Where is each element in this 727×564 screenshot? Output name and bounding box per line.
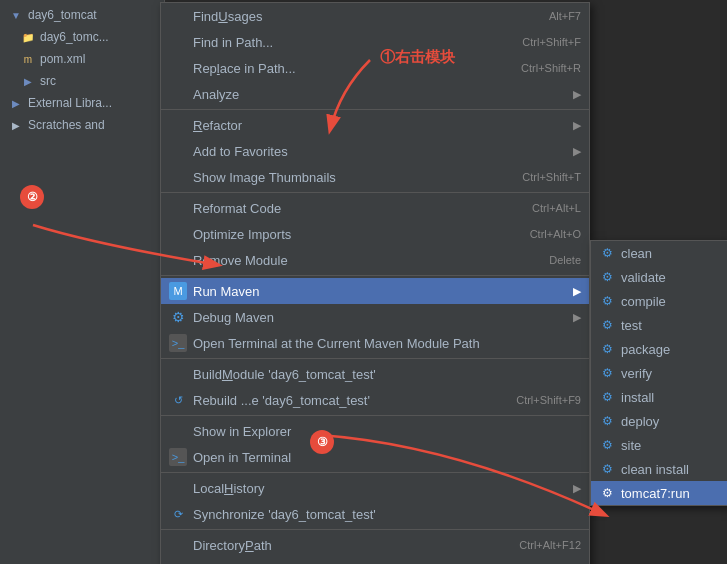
gear-clean-icon: ⚙ [599,245,615,261]
folder-icon-src: ▶ [20,73,36,89]
debug-maven-arrow: ▶ [573,311,581,324]
menu-refactor[interactable]: Refactor ▶ [161,112,589,138]
menu-debug-maven[interactable]: ⚙ Debug Maven ▶ [161,304,589,330]
submenu-test[interactable]: ⚙ test [591,313,727,337]
separator-3 [161,275,589,276]
gear-package-icon: ⚙ [599,341,615,357]
context-menu[interactable]: Find Usages Alt+F7 Find in Path... Ctrl+… [160,2,590,564]
menu-open-terminal-maven[interactable]: >_ Open Terminal at the Current Maven Mo… [161,330,589,356]
submenu-clean[interactable]: ⚙ clean [591,241,727,265]
menu-find-usages[interactable]: Find Usages Alt+F7 [161,3,589,29]
tree-item-external[interactable]: ▶ External Libra... [0,92,164,114]
submenu-compile[interactable]: ⚙ compile [591,289,727,313]
submenu-validate[interactable]: ⚙ validate [591,265,727,289]
gear-deploy-icon: ⚙ [599,413,615,429]
submenu-deploy-label: deploy [621,414,659,429]
submenu-package[interactable]: ⚙ package [591,337,727,361]
history-arrow: ▶ [573,482,581,495]
menu-find-in-path[interactable]: Find in Path... Ctrl+Shift+F [161,29,589,55]
analyze-arrow: ▶ [573,88,581,101]
separator-7 [161,529,589,530]
menu-remove-module[interactable]: Remove Module Delete [161,247,589,273]
separator-5 [161,415,589,416]
menu-analyze[interactable]: Analyze ▶ [161,81,589,107]
folder-icon-day6: 📁 [20,29,36,45]
menu-show-explorer[interactable]: Show in Explorer [161,418,589,444]
submenu-install[interactable]: ⚙ install [591,385,727,409]
find-usages-icon [169,7,187,25]
terminal-maven-icon: >_ [169,334,187,352]
submenu-verify[interactable]: ⚙ verify [591,361,727,385]
submenu-install-label: install [621,390,654,405]
scratches-icon: ▶ [8,117,24,133]
tree-item-pom[interactable]: m pom.xml [0,48,164,70]
tree-item-root-label: day6_tomcat [28,8,97,22]
find-in-path-icon [169,33,187,51]
submenu-package-label: package [621,342,670,357]
tree-item-external-label: External Libra... [28,96,112,110]
favorites-icon [169,142,187,160]
refactor-icon [169,116,187,134]
favorites-arrow: ▶ [573,145,581,158]
gear-verify-icon: ⚙ [599,365,615,381]
gear-install-icon: ⚙ [599,389,615,405]
project-tree: ▼ day6_tomcat 📁 day6_tomc... m pom.xml ▶… [0,0,165,564]
rebuild-icon: ↺ [169,391,187,409]
separator-1 [161,109,589,110]
gear-compile-icon: ⚙ [599,293,615,309]
sync-icon: ⟳ [169,505,187,523]
submenu-site[interactable]: ⚙ site [591,433,727,457]
menu-run-maven[interactable]: M Run Maven ▶ [161,278,589,304]
menu-optimize[interactable]: Optimize Imports Ctrl+Alt+O [161,221,589,247]
gear-site-icon: ⚙ [599,437,615,453]
gear-test-icon: ⚙ [599,317,615,333]
separator-6 [161,472,589,473]
menu-synchronize[interactable]: ⟳ Synchronize 'day6_tomcat_test' [161,501,589,527]
separator-4 [161,358,589,359]
dir-path-icon [169,536,187,554]
remove-module-icon [169,251,187,269]
submenu-validate-label: validate [621,270,666,285]
build-icon [169,365,187,383]
menu-rebuild[interactable]: ↺ Rebuild ...e 'day6_tomcat_test' Ctrl+S… [161,387,589,413]
menu-add-favorites[interactable]: Add to Favorites ▶ [161,138,589,164]
submenu-clean-install[interactable]: ⚙ clean install [591,457,727,481]
submenu-maven[interactable]: ⚙ clean ⚙ validate ⚙ compile ⚙ test ⚙ pa… [590,240,727,506]
tree-item-day6-label: day6_tomc... [40,30,109,44]
replace-icon [169,59,187,77]
tree-item-root[interactable]: ▼ day6_tomcat [0,4,164,26]
menu-open-terminal[interactable]: >_ Open in Terminal [161,444,589,470]
submenu-deploy[interactable]: ⚙ deploy [591,409,727,433]
menu-build-module[interactable]: Build Module 'day6_tomcat_test' [161,361,589,387]
menu-show-images[interactable]: Show Image Thumbnails Ctrl+Shift+T [161,164,589,190]
menu-replace-in-path[interactable]: Replace in Path... Ctrl+Shift+R [161,55,589,81]
menu-dir-path[interactable]: Directory Path Ctrl+Alt+F12 [161,532,589,558]
gear-clean-install-icon: ⚙ [599,461,615,477]
tree-item-pom-label: pom.xml [40,52,85,66]
separator-2 [161,192,589,193]
submenu-clean-label: clean [621,246,652,261]
run-maven-arrow: ▶ [573,285,581,298]
reformat-icon [169,199,187,217]
explorer-icon [169,422,187,440]
menu-local-history[interactable]: Local History ▶ [161,475,589,501]
images-icon [169,168,187,186]
refactor-arrow: ▶ [573,119,581,132]
submenu-tomcat7-label: tomcat7:run [621,486,690,501]
tree-item-src[interactable]: ▶ src [0,70,164,92]
menu-reformat[interactable]: Reformat Code Ctrl+Alt+L [161,195,589,221]
menu-compare-with[interactable]: ✦ Compare With... Ctrl+D [161,558,589,564]
maven-icon: M [169,282,187,300]
tree-item-day6[interactable]: 📁 day6_tomc... [0,26,164,48]
tree-item-scratches[interactable]: ▶ Scratches and [0,114,164,136]
optimize-icon [169,225,187,243]
lib-icon: ▶ [8,95,24,111]
submenu-tomcat7-run[interactable]: ⚙ tomcat7:run [591,481,727,505]
gear-validate-icon: ⚙ [599,269,615,285]
history-icon [169,479,187,497]
tree-item-scratches-label: Scratches and [28,118,105,132]
debug-maven-icon: ⚙ [169,308,187,326]
analyze-icon [169,85,187,103]
submenu-compile-label: compile [621,294,666,309]
folder-icon: ▼ [8,7,24,23]
